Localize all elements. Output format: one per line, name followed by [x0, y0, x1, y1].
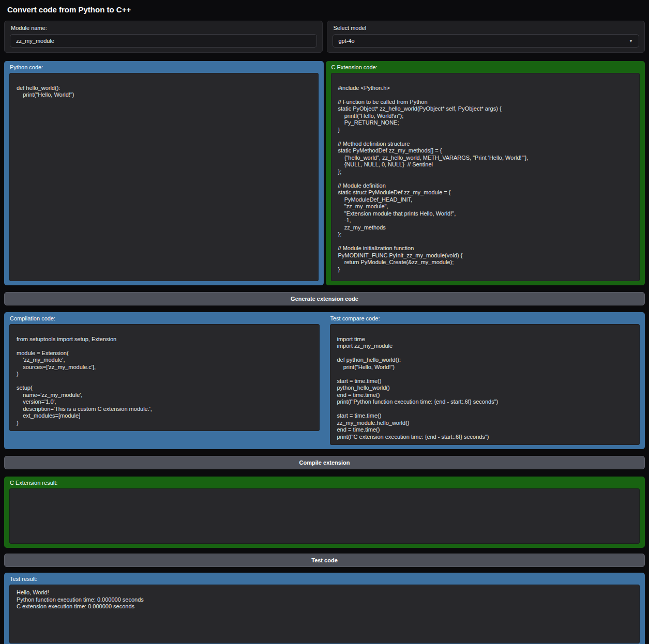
- module-name-input[interactable]: [10, 34, 317, 48]
- model-select-label: Select model: [333, 24, 640, 32]
- model-select-dropdown[interactable]: gpt-4o ▼: [333, 34, 640, 48]
- test-compare-code-textarea[interactable]: import time import zz_my_module def pyth…: [330, 324, 640, 445]
- python-code-label: Python code:: [9, 64, 319, 71]
- test-result-panel: Test result: Hello, World! Python functi…: [4, 573, 645, 644]
- model-select-group: Select model gpt-4o ▼: [327, 21, 645, 53]
- c-extension-code-panel: C Extension code: #include <Python.h> //…: [326, 61, 645, 285]
- c-extension-result-label: C Extension result:: [9, 479, 640, 486]
- c-extension-result-panel: C Extension result:: [4, 477, 645, 548]
- chevron-down-icon: ▼: [629, 39, 633, 43]
- test-result-label: Test result:: [9, 575, 640, 582]
- c-extension-code-label: C Extension code:: [331, 64, 640, 71]
- compilation-code-label: Compilation code:: [9, 315, 320, 322]
- model-select-value: gpt-4o: [339, 38, 355, 44]
- c-extension-result-textarea[interactable]: [9, 488, 640, 544]
- python-code-textarea[interactable]: def hello_world(): print("Hello, World!"…: [9, 73, 319, 281]
- test-compare-code-column: Test compare code: import time import zz…: [330, 315, 640, 445]
- compilation-code-column: Compilation code: from setuptools import…: [9, 315, 320, 445]
- test-compare-code-label: Test compare code:: [330, 315, 640, 322]
- code-row: Python code: def hello_world(): print("H…: [4, 61, 645, 285]
- generate-extension-code-button[interactable]: Generate extension code: [4, 292, 645, 305]
- settings-row: Module name: Select model gpt-4o ▼: [4, 21, 645, 53]
- module-name-label: Module name:: [10, 24, 317, 32]
- compilation-row-panel: Compilation code: from setuptools import…: [4, 312, 645, 449]
- compile-extension-button[interactable]: Compile extension: [4, 456, 645, 469]
- compilation-code-textarea[interactable]: from setuptools import setup, Extension …: [9, 324, 320, 431]
- page-title: Convert code from Python to C++: [4, 5, 645, 14]
- test-code-button[interactable]: Test code: [4, 554, 645, 567]
- module-name-group: Module name:: [4, 21, 323, 53]
- test-result-textarea[interactable]: Hello, World! Python function execution …: [9, 585, 640, 643]
- c-extension-code-textarea[interactable]: #include <Python.h> // Function to be ca…: [331, 73, 640, 281]
- python-code-panel: Python code: def hello_world(): print("H…: [4, 61, 324, 285]
